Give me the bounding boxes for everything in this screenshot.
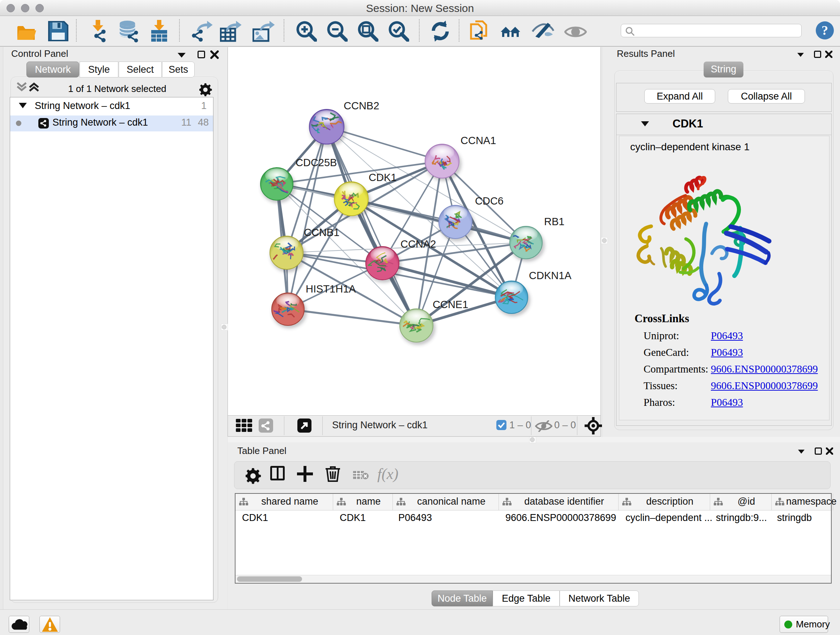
svg-text:CDK1: CDK1 — [369, 172, 396, 183]
svg-text:RB1: RB1 — [544, 216, 564, 227]
svg-text:CDC6: CDC6 — [475, 195, 504, 207]
svg-text:CCNA1: CCNA1 — [461, 135, 496, 146]
svg-text:CCNA2: CCNA2 — [401, 238, 436, 250]
svg-text:CDC25B: CDC25B — [295, 157, 337, 168]
svg-text:CCNB1: CCNB1 — [304, 226, 339, 238]
svg-text:CCNB2: CCNB2 — [344, 100, 379, 111]
svg-text:?: ? — [821, 23, 828, 38]
svg-text:HIST1H1A: HIST1H1A — [306, 283, 356, 295]
svg-text:CDKN1A: CDKN1A — [529, 270, 572, 281]
svg-text:CCNE1: CCNE1 — [433, 299, 468, 310]
